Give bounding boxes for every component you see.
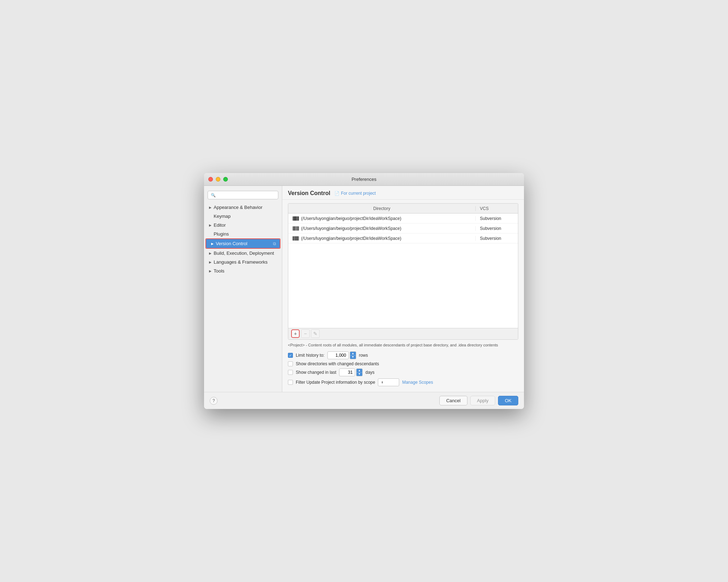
sidebar-item-appearance-behavior[interactable]: ▶ Appearance & Behavior (204, 203, 282, 212)
info-text: <Project> - Content roots of all modules… (288, 343, 518, 348)
limit-history-option: Limit history to: 1,000 ▲ ▼ rows (288, 351, 518, 359)
directory-cell: (/Users/luyongjian/beiguo/projectDir/ide… (288, 216, 475, 221)
chevron-down-icon: ⬍ (381, 381, 384, 384)
vcs-cell: Subversion (475, 226, 518, 231)
chevron-right-icon: ▶ (211, 242, 214, 246)
vcs-folder-icon (293, 226, 299, 231)
sidebar-item-label: Appearance & Behavior (214, 205, 262, 210)
dialog-body: 🔍 ▶ Appearance & Behavior ▶ Keymap ▶ Edi… (204, 186, 524, 392)
remove-button[interactable]: − (301, 329, 310, 338)
spinner-up-icon[interactable]: ▲ (350, 352, 356, 356)
table-header: Directory VCS (288, 204, 518, 214)
vcs-cell: Subversion (475, 216, 518, 221)
sidebar-item-keymap[interactable]: ▶ Keymap (204, 212, 282, 221)
chevron-right-icon: ▶ (209, 260, 212, 264)
main-header: Version Control 📄 For current project (282, 186, 524, 200)
show-changed-spinner: 31 ▲ ▼ (339, 368, 363, 376)
chevron-right-icon: ▶ (209, 252, 212, 255)
show-changed-label-after: days (365, 370, 374, 375)
help-icon: ? (213, 398, 215, 403)
table-row[interactable]: (/Users/luyongjian/beiguo/projectDir/ide… (288, 223, 518, 233)
manage-scopes-link[interactable]: Manage Scopes (402, 380, 433, 385)
directory-cell: (/Users/luyongjian/beiguo/projectDir/ide… (288, 226, 475, 231)
spinner-up-icon[interactable]: ▲ (357, 369, 362, 373)
for-current-project-link[interactable]: 📄 For current project (334, 191, 376, 196)
column-vcs: VCS (475, 206, 518, 211)
column-directory: Directory (288, 206, 475, 211)
sidebar-item-label: Keymap (214, 214, 231, 219)
filter-update-label: Filter Update Project information by sco… (296, 380, 375, 385)
page-title: Version Control (288, 190, 330, 196)
sidebar-item-build-execution[interactable]: ▶ Build, Execution, Deployment (204, 249, 282, 258)
sidebar-item-label: Languages & Frameworks (214, 259, 268, 265)
cancel-button[interactable]: Cancel (439, 396, 467, 405)
filter-update-option: Filter Update Project information by sco… (288, 378, 518, 386)
sidebar-item-label: Tools (214, 268, 224, 274)
maximize-button[interactable] (223, 177, 228, 182)
search-box[interactable]: 🔍 (208, 191, 278, 199)
show-directories-label: Show directories with changed descendant… (296, 361, 379, 366)
show-changed-input[interactable]: 31 (339, 368, 355, 376)
search-input[interactable] (217, 193, 275, 198)
limit-history-stepper[interactable]: ▲ ▼ (350, 351, 356, 359)
sidebar-item-plugins[interactable]: ▶ Plugins (204, 230, 282, 238)
limit-history-checkbox[interactable] (288, 353, 293, 358)
dialog-footer: ? Cancel Apply OK (204, 392, 524, 409)
window-title: Preferences (352, 177, 376, 182)
sidebar-item-languages-frameworks[interactable]: ▶ Languages & Frameworks (204, 258, 282, 266)
sidebar-item-label: Plugins (214, 231, 229, 237)
sidebar-item-label: Version Control (216, 241, 247, 246)
preferences-dialog: Preferences 🔍 ▶ Appearance & Behavior ▶ … (204, 173, 524, 409)
copy-icon[interactable]: ⧉ (273, 241, 276, 246)
limit-history-spinner: 1,000 ▲ ▼ (327, 351, 356, 359)
vcs-cell: Subversion (475, 236, 518, 241)
show-directories-option: Show directories with changed descendant… (288, 361, 518, 366)
chevron-right-icon: ▶ (209, 206, 212, 209)
chevron-right-icon: ▶ (209, 269, 212, 273)
sidebar-item-label: Editor (214, 222, 226, 228)
spinner-down-icon[interactable]: ▼ (357, 373, 362, 376)
limit-history-label-after: rows (359, 353, 368, 358)
help-button[interactable]: ? (210, 397, 218, 405)
vcs-table: Directory VCS (/Users/luyongjian/beiguo/… (288, 203, 518, 340)
add-button[interactable]: + (291, 329, 300, 338)
minimize-button[interactable] (216, 177, 220, 182)
vcs-folder-icon (293, 216, 299, 221)
sidebar: 🔍 ▶ Appearance & Behavior ▶ Keymap ▶ Edi… (204, 186, 282, 392)
main-content: Version Control 📄 For current project Di… (282, 186, 524, 392)
footer-left: ? (210, 397, 218, 405)
chevron-right-icon: ▶ (209, 223, 212, 227)
pencil-icon: ✎ (313, 331, 317, 336)
filter-update-checkbox[interactable] (288, 380, 293, 385)
show-changed-label-before: Show changed in last (296, 370, 336, 375)
table-row[interactable]: (/Users/luyongjian/beiguo/projectDir/ide… (288, 214, 518, 223)
limit-history-input[interactable]: 1,000 (327, 351, 349, 359)
show-changed-option: Show changed in last 31 ▲ ▼ days (288, 368, 518, 376)
vcs-folder-icon (293, 236, 299, 241)
show-changed-stepper[interactable]: ▲ ▼ (356, 368, 363, 376)
plus-icon: + (294, 331, 297, 336)
sidebar-item-tools[interactable]: ▶ Tools (204, 266, 282, 275)
table-toolbar: + − ✎ (288, 328, 518, 339)
bottom-section: <Project> - Content roots of all modules… (282, 340, 524, 392)
close-button[interactable] (208, 177, 213, 182)
scope-dropdown[interactable]: ⬍ (378, 378, 399, 386)
show-directories-checkbox[interactable] (288, 361, 293, 366)
edit-button[interactable]: ✎ (311, 329, 320, 338)
table-row[interactable]: (/Users/luyongjian/beiguo/projectDir/ide… (288, 233, 518, 243)
minus-icon: − (304, 331, 307, 336)
search-icon: 🔍 (211, 193, 216, 198)
table-spacer (288, 243, 518, 328)
sidebar-item-editor[interactable]: ▶ Editor (204, 221, 282, 230)
sidebar-item-version-control[interactable]: ▶ Version Control ⧉ (206, 239, 280, 248)
spinner-down-icon[interactable]: ▼ (350, 356, 356, 359)
ok-button[interactable]: OK (498, 396, 518, 405)
title-bar: Preferences (204, 173, 524, 186)
apply-button[interactable]: Apply (470, 396, 496, 405)
show-changed-checkbox[interactable] (288, 370, 293, 375)
sidebar-item-label: Build, Execution, Deployment (214, 250, 274, 256)
window-controls (208, 177, 228, 182)
limit-history-label-before: Limit history to: (296, 353, 325, 358)
project-icon: 📄 (334, 191, 339, 196)
directory-cell: (/Users/luyongjian/beiguo/projectDir/ide… (288, 236, 475, 241)
